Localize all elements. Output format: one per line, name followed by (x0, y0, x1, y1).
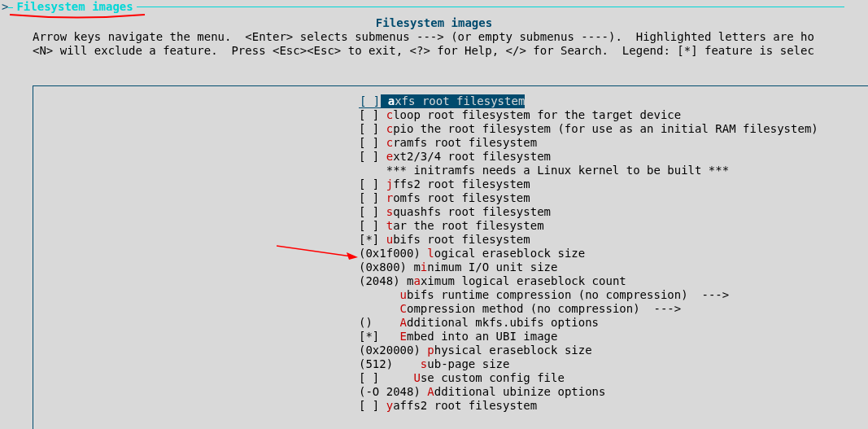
inner-title: Filesystem images (0, 16, 868, 30)
menu-item[interactable]: *** initramfs needs a Linux kernel to be… (359, 164, 868, 177)
menuconfig-screen: >Filesystem images Filesystem images Arr… (0, 0, 868, 429)
menu-item[interactable]: (0x20000) physical eraseblock size (359, 344, 868, 357)
menu-item[interactable]: Compression method (no compression) ---> (359, 302, 868, 316)
menu-item[interactable]: [ ] Use custom config file (359, 371, 868, 385)
outer-title-row: >Filesystem images (0, 0, 868, 14)
menu-item[interactable]: [ ] axfs root filesystem (359, 94, 525, 108)
menu-item[interactable]: [ ] jffs2 root filesystem (359, 177, 868, 191)
menu-item[interactable]: ubifs runtime compression (no compressio… (359, 288, 868, 302)
menu-item[interactable]: [*] Embed into an UBI image (359, 330, 868, 344)
menu-item[interactable]: [ ] tar the root filesystem (359, 219, 868, 233)
menu-item[interactable]: [ ] cloop root filesystem for the target… (359, 108, 868, 122)
menu-item[interactable]: (-O 2048) Additional ubinize options (359, 385, 868, 399)
menu-item[interactable]: (0x800) minimum I/O unit size (359, 260, 868, 274)
menu-box[interactable]: [ ] axfs root filesystem[ ] cloop root f… (33, 85, 868, 429)
menu-item[interactable]: (0x1f000) logical eraseblock size (359, 247, 868, 260)
menu-item[interactable]: [ ] squashfs root filesystem (359, 205, 868, 219)
menu-item[interactable]: [ ] ext2/3/4 root filesystem (359, 150, 868, 164)
outer-title: Filesystem images (16, 0, 133, 13)
menu-item[interactable]: [ ] romfs root filesystem (359, 191, 868, 205)
help-line-2: <N> will exclude a feature. Press <Esc><… (33, 44, 814, 57)
menu-item[interactable]: [ ] cpio the root filesystem (for use as… (359, 122, 868, 136)
menu-item[interactable]: (2048) maximum logical eraseblock count (359, 274, 868, 288)
help-text: Arrow keys navigate the menu. <Enter> se… (33, 30, 868, 58)
menu-item[interactable]: [ ] yaffs2 root filesystem (359, 399, 868, 413)
prompt-icon: > (0, 0, 8, 13)
menu-item[interactable]: [ ] cramfs root filesystem (359, 136, 868, 150)
menu-item[interactable]: [*] ubifs root filesystem (359, 233, 868, 247)
help-line-1: Arrow keys navigate the menu. <Enter> se… (33, 30, 814, 43)
menu-item[interactable]: () Additional mkfs.ubifs options (359, 316, 868, 330)
menu-item[interactable]: (512) sub-page size (359, 357, 868, 371)
